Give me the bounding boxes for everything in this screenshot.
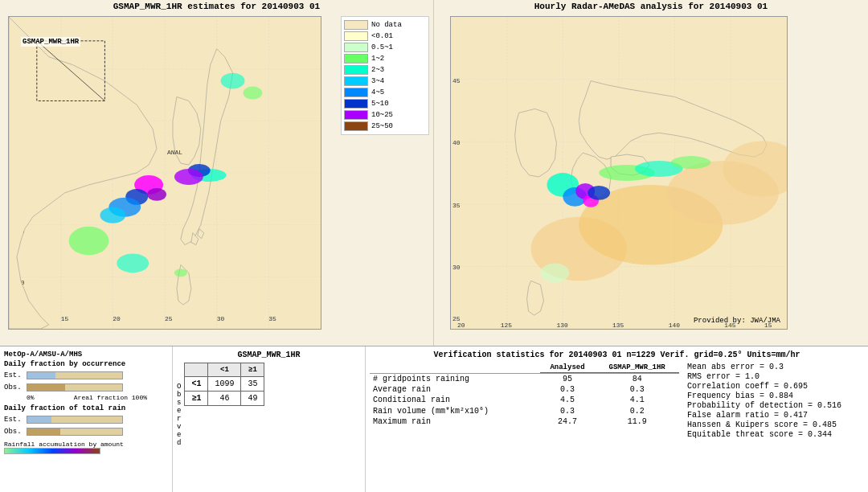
legend-label-25-50: 25~50 (371, 122, 393, 130)
legend-color-2-3 (344, 65, 368, 75)
score-ets: Equitable threat score = 0.344 (687, 430, 864, 439)
verif-label-gridpoints: # gridpoints raining (370, 374, 540, 385)
observed-o: O (177, 383, 181, 391)
chart1-obs-label: Obs. (4, 383, 27, 392)
legend-label-2-3: 2~3 (371, 66, 384, 74)
chart2-obs-track (27, 428, 123, 436)
legend-label-1-2: 1~2 (371, 55, 384, 63)
chart2-est-row: Est. (4, 414, 168, 425)
legend-label-10-25: 10~25 (371, 111, 393, 119)
contingency-table: <1 ≥1 <1 1099 35 ≥1 46 49 (184, 363, 264, 406)
legend-label-5-10: 5~10 (371, 100, 389, 108)
svg-point-32 (174, 269, 187, 277)
legend-item-1-2: 1~2 (344, 53, 426, 64)
observed-s: s (177, 399, 181, 407)
verif-header-row: Analysed GSMAP_MWR_1HR (370, 363, 679, 373)
chart1-title: Daily fraction by occurrence (4, 360, 168, 368)
legend-color-lt001 (344, 31, 368, 41)
legend-item-nodata: No data (344, 19, 426, 31)
chart2-obs-row: Obs. (4, 426, 168, 437)
score-rms: RMS error = 1.0 (687, 372, 864, 381)
verif-col-gsmap: GSMAP_MWR_1HR (595, 363, 679, 373)
legend-item-25-50: 25~50 (344, 121, 426, 132)
observed-d: d (177, 439, 181, 447)
verif-val-max-a: 24.7 (540, 416, 596, 427)
svg-text:20: 20 (113, 315, 121, 322)
verif-scores: Mean abs error = 0.3 RMS error = 1.0 Cor… (687, 363, 864, 440)
contingency-header-row: <1 ≥1 (185, 363, 264, 377)
contingency-wrapper: O b s e r v e d <1 ≥1 (177, 363, 361, 447)
color-bar (4, 448, 100, 454)
bottom-section: MetOp-A/AMSU-A/MHS Daily fraction by occ… (0, 346, 868, 492)
verif-table-section: Analysed GSMAP_MWR_1HR # gridpoints rain… (370, 363, 679, 440)
legend-item-4-5: 4~5 (344, 87, 426, 98)
svg-point-34 (243, 87, 262, 100)
observed-v: v (177, 423, 181, 431)
svg-text:35: 35 (452, 202, 461, 209)
legend-color-nodata (344, 20, 368, 30)
svg-text:15: 15 (61, 315, 69, 322)
svg-text:30: 30 (217, 315, 225, 322)
svg-text:40: 40 (452, 139, 461, 146)
verif-val-vol-g: 0.2 (595, 405, 679, 416)
score-pod: Probability of detection = 0.516 (687, 401, 864, 410)
contingency-empty-cell (185, 363, 208, 377)
svg-text:30: 30 (452, 264, 461, 271)
score-corr: Correlation coeff = 0.695 (687, 382, 864, 391)
bottom-right-verification: Verification statistics for 20140903 01 … (366, 346, 868, 492)
right-map-svg: 45 40 35 30 25 20 125 130 135 140 145 15 (451, 17, 787, 329)
gsmap-label: GSMAP_MWR_1HR (21, 37, 80, 47)
verif-table: Analysed GSMAP_MWR_1HR # gridpoints rain… (370, 363, 679, 427)
main-container: GSMAP_MWR_1HR estimates for 20140903 01 … (0, 0, 868, 492)
svg-text:125: 125 (501, 322, 513, 329)
svg-text:ANAL: ANAL (167, 149, 182, 156)
rainfall-acc-text: Rainfall accumulation by amount (4, 441, 168, 448)
chart2-section: Daily fraction of total rain Est. Obs. (4, 404, 168, 437)
cell-lt1-lt1: 1099 (208, 377, 241, 392)
observed-side: O b s e r v e d (177, 383, 181, 447)
chart1-est-track (27, 371, 123, 379)
legend-color-4-5 (344, 88, 368, 97)
verif-val-gridpoints-g: 84 (595, 374, 679, 385)
svg-point-23 (147, 188, 166, 201)
legend-item-lt001: <0.01 (344, 31, 426, 42)
legend-item-10-25: 10~25 (344, 109, 426, 121)
cell-ge1-lt1: 46 (208, 392, 241, 406)
bottom-left-charts: MetOp-A/AMSU-A/MHS Daily fraction by occ… (0, 346, 173, 492)
verif-label-avg-rain: Average rain (370, 384, 540, 395)
verif-val-vol-a: 0.3 (540, 405, 596, 416)
legend-item-5-10: 5~10 (344, 98, 426, 109)
score-far: False alarm ratio = 0.417 (687, 411, 864, 420)
verif-title: Verification statistics for 20140903 01 … (370, 351, 864, 359)
score-mean-abs: Mean abs error = 0.3 (687, 363, 864, 371)
chart1-est-fill (27, 372, 55, 379)
legend-label-lt001: <0.01 (371, 32, 393, 40)
verif-val-gridpoints-a: 95 (540, 374, 596, 385)
svg-text:20: 20 (457, 322, 465, 329)
legend-color-3-4 (344, 76, 368, 86)
svg-point-30 (69, 227, 109, 256)
contingency-table-wrapper: <1 ≥1 <1 1099 35 ≥1 46 49 (184, 363, 264, 406)
provided-by: Provided by: JWA/JMA (694, 317, 780, 325)
chart2-est-fill (27, 416, 51, 423)
axis-100: Areal fraction 100% (74, 394, 147, 401)
legend-item-05-1: 0.5~1 (344, 42, 426, 53)
verif-val-avg-g: 0.3 (595, 384, 679, 395)
chart2-obs-label: Obs. (4, 428, 27, 436)
right-map-container: Hourly Radar-AMeDAS analysis for 2014090… (434, 0, 868, 346)
svg-point-68 (588, 186, 610, 200)
svg-point-31 (117, 253, 149, 273)
verif-col-empty (370, 363, 540, 373)
svg-point-72 (541, 263, 570, 282)
svg-point-33 (221, 73, 245, 89)
contingency-col-ge1: ≥1 (241, 363, 264, 377)
verif-row-gridpoints: # gridpoints raining 95 84 (370, 374, 679, 385)
svg-text:35: 35 (268, 315, 276, 322)
chart1-obs-track (27, 383, 123, 392)
svg-text:45: 45 (452, 77, 461, 84)
chart2-obs-fill (27, 428, 60, 435)
legend-color-05-1 (344, 43, 368, 52)
observed-b: b (177, 391, 181, 399)
chart1-obs-row: Obs. (4, 382, 168, 393)
svg-point-71 (671, 156, 711, 169)
